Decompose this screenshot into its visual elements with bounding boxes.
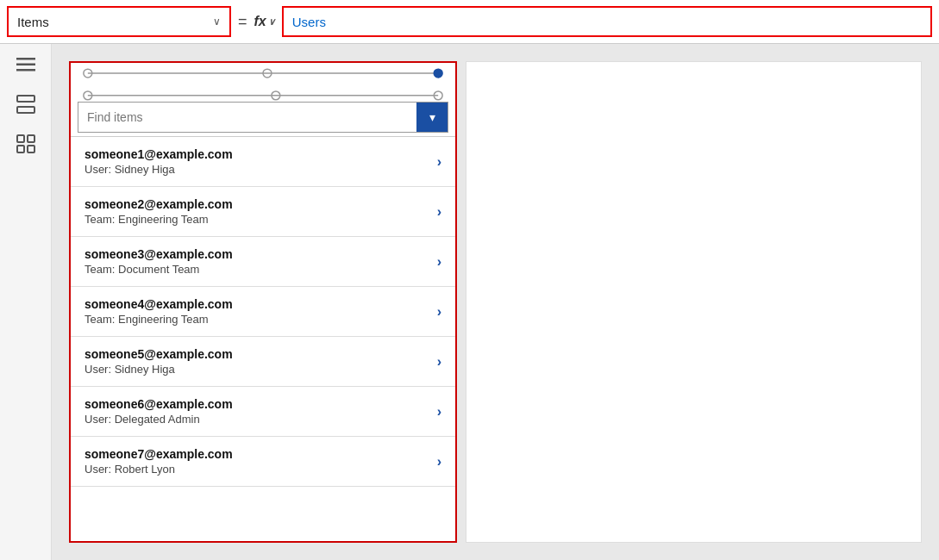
items-dropdown-arrow-icon: ∨ [213, 16, 221, 28]
list-item[interactable]: someone6@example.com User: Delegated Adm… [71, 387, 455, 437]
svg-rect-0 [16, 58, 35, 60]
right-panel [466, 61, 922, 543]
dropdown-panel: ▾ someone1@example.com User: Sidney Higa… [69, 61, 457, 543]
list-item-subtitle-0: User: Sidney Higa [85, 163, 233, 176]
list-item-email-6: someone7@example.com [85, 447, 233, 461]
svg-rect-7 [17, 146, 24, 152]
list-item-arrow-icon-2: › [437, 254, 441, 270]
list-item-arrow-icon-3: › [437, 304, 441, 320]
list-item-arrow-icon-5: › [437, 404, 441, 420]
list-item-text-3: someone4@example.com Team: Engineering T… [85, 297, 233, 326]
svg-rect-4 [17, 107, 34, 113]
connector-dots-svg [71, 63, 455, 102]
search-dropdown-button[interactable]: ▾ [416, 103, 448, 132]
list-item-arrow-icon-1: › [437, 204, 441, 220]
svg-rect-2 [16, 69, 35, 72]
content-area: ▾ someone1@example.com User: Sidney Higa… [52, 44, 939, 560]
list-item-text-2: someone3@example.com Team: Document Team [85, 247, 233, 276]
list-item-subtitle-3: Team: Engineering Team [85, 313, 233, 326]
search-input-wrapper: ▾ [78, 102, 448, 133]
list-item-arrow-icon-6: › [437, 454, 441, 470]
list-item-email-0: someone1@example.com [85, 147, 233, 161]
list-item-arrow-icon-4: › [437, 354, 441, 370]
svg-point-14 [84, 91, 92, 100]
search-dropdown-arrow-icon: ▾ [429, 110, 435, 124]
list-item-subtitle-2: Team: Document Team [85, 263, 233, 276]
items-list: someone1@example.com User: Sidney Higa ›… [71, 137, 455, 541]
list-item-subtitle-5: User: Delegated Admin [85, 413, 233, 426]
list-item-text-6: someone7@example.com User: Robert Lyon [85, 447, 233, 476]
list-item-email-3: someone4@example.com [85, 297, 233, 311]
users-field[interactable]: Users [282, 6, 932, 37]
list-item-subtitle-4: User: Sidney Higa [85, 363, 233, 376]
users-label: Users [292, 15, 326, 29]
equals-sign: = [238, 13, 247, 31]
sidebar [0, 44, 52, 560]
main-area: ▾ someone1@example.com User: Sidney Higa… [0, 44, 939, 560]
list-item-text-1: someone2@example.com Team: Engineering T… [85, 197, 233, 226]
svg-rect-1 [16, 64, 35, 66]
list-item-email-4: someone5@example.com [85, 347, 233, 361]
svg-rect-3 [17, 96, 34, 102]
list-item-email-5: someone6@example.com [85, 397, 233, 411]
list-item-subtitle-1: Team: Engineering Team [85, 213, 233, 226]
svg-point-11 [263, 69, 272, 78]
list-item-text-4: someone5@example.com User: Sidney Higa [85, 347, 233, 376]
list-item[interactable]: someone7@example.com User: Robert Lyon › [71, 437, 455, 487]
list-item[interactable]: someone3@example.com Team: Document Team… [71, 237, 455, 287]
svg-point-10 [84, 69, 92, 78]
svg-rect-8 [28, 146, 34, 152]
list-item-arrow-icon-0: › [437, 154, 441, 170]
fx-arrow-icon: ∨ [268, 16, 275, 28]
list-item[interactable]: someone2@example.com Team: Engineering T… [71, 187, 455, 237]
list-item[interactable]: someone1@example.com User: Sidney Higa › [71, 137, 455, 187]
svg-point-15 [272, 91, 280, 100]
list-item-text-5: someone6@example.com User: Delegated Adm… [85, 397, 233, 426]
list-item[interactable]: someone4@example.com Team: Engineering T… [71, 287, 455, 337]
top-bar: Items ∨ = fx ∨ Users [0, 0, 939, 44]
list-item-text-0: someone1@example.com User: Sidney Higa [85, 147, 233, 176]
list-item[interactable]: someone5@example.com User: Sidney Higa › [71, 337, 455, 387]
svg-point-12 [434, 69, 442, 78]
search-input[interactable] [78, 110, 416, 124]
svg-rect-6 [28, 135, 34, 142]
list-item-email-2: someone3@example.com [85, 247, 233, 261]
list-item-email-1: someone2@example.com [85, 197, 233, 211]
svg-point-16 [434, 91, 442, 100]
fx-label: fx [254, 14, 266, 29]
grid-icon[interactable] [14, 132, 38, 156]
fx-button[interactable]: fx ∨ [254, 14, 275, 29]
items-dropdown-label: Items [17, 15, 49, 29]
list-item-subtitle-6: User: Robert Lyon [85, 463, 233, 476]
menu-icon[interactable] [14, 53, 38, 77]
layers-icon[interactable] [14, 92, 38, 116]
items-dropdown[interactable]: Items ∨ [7, 6, 231, 37]
search-area: ▾ [71, 63, 455, 137]
svg-rect-5 [17, 135, 24, 142]
